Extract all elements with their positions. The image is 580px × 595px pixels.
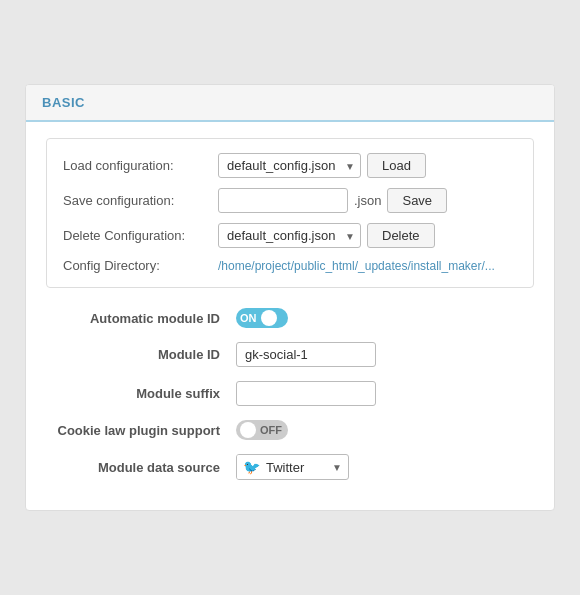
config-dir-row: Config Directory: /home/project/public_h… xyxy=(63,258,517,273)
save-config-controls: .json Save xyxy=(218,188,447,213)
save-config-input[interactable] xyxy=(218,188,348,213)
cookie-toggle[interactable]: OFF xyxy=(236,420,288,440)
toggle-off-text: OFF xyxy=(260,424,282,436)
config-box: Load configuration: default_config.json … xyxy=(46,138,534,288)
auto-module-id-row: Automatic module ID ON xyxy=(56,308,524,328)
auto-module-id-label: Automatic module ID xyxy=(56,311,236,326)
delete-button[interactable]: Delete xyxy=(367,223,435,248)
delete-config-select-wrapper: default_config.json ▼ xyxy=(218,223,361,248)
toggle-on-text: ON xyxy=(240,312,257,324)
load-button[interactable]: Load xyxy=(367,153,426,178)
toggle-on-circle xyxy=(261,310,277,326)
data-source-label: Module data source xyxy=(56,460,236,475)
save-config-label: Save configuration: xyxy=(63,193,218,208)
settings-section: Automatic module ID ON Module ID Module … xyxy=(46,308,534,480)
twitter-icon-area: 🐦 xyxy=(237,455,266,479)
module-suffix-label: Module suffix xyxy=(56,386,236,401)
config-dir-label: Config Directory: xyxy=(63,258,218,273)
module-id-row: Module ID xyxy=(56,342,524,367)
json-suffix-label: .json xyxy=(354,193,381,208)
twitter-bird-icon: 🐦 xyxy=(243,459,260,475)
data-source-select[interactable]: Twitter Facebook Instagram xyxy=(266,456,348,479)
save-config-row: Save configuration: .json Save xyxy=(63,188,517,213)
delete-config-select[interactable]: default_config.json xyxy=(218,223,361,248)
module-suffix-row: Module suffix xyxy=(56,381,524,406)
data-source-row: Module data source 🐦 Twitter Facebook In… xyxy=(56,454,524,480)
toggle-off-circle xyxy=(240,422,256,438)
load-config-select-wrapper: default_config.json ▼ xyxy=(218,153,361,178)
config-dir-path: /home/project/public_html/_updates/insta… xyxy=(218,259,495,273)
panel-header: BASIC xyxy=(26,85,554,122)
cookie-row: Cookie law plugin support OFF xyxy=(56,420,524,440)
load-config-label: Load configuration: xyxy=(63,158,218,173)
module-suffix-input[interactable] xyxy=(236,381,376,406)
delete-config-row: Delete Configuration: default_config.jso… xyxy=(63,223,517,248)
main-panel: BASIC Load configuration: default_config… xyxy=(25,84,555,511)
load-config-controls: default_config.json ▼ Load xyxy=(218,153,426,178)
cookie-label: Cookie law plugin support xyxy=(56,423,236,438)
panel-title: BASIC xyxy=(42,95,85,110)
save-button[interactable]: Save xyxy=(387,188,447,213)
load-config-row: Load configuration: default_config.json … xyxy=(63,153,517,178)
module-id-input[interactable] xyxy=(236,342,376,367)
delete-config-label: Delete Configuration: xyxy=(63,228,218,243)
load-config-select[interactable]: default_config.json xyxy=(218,153,361,178)
auto-module-id-toggle[interactable]: ON xyxy=(236,308,288,328)
delete-config-controls: default_config.json ▼ Delete xyxy=(218,223,435,248)
data-source-select-wrapper: 🐦 Twitter Facebook Instagram ▼ xyxy=(236,454,349,480)
panel-body: Load configuration: default_config.json … xyxy=(26,122,554,510)
module-id-label: Module ID xyxy=(56,347,236,362)
